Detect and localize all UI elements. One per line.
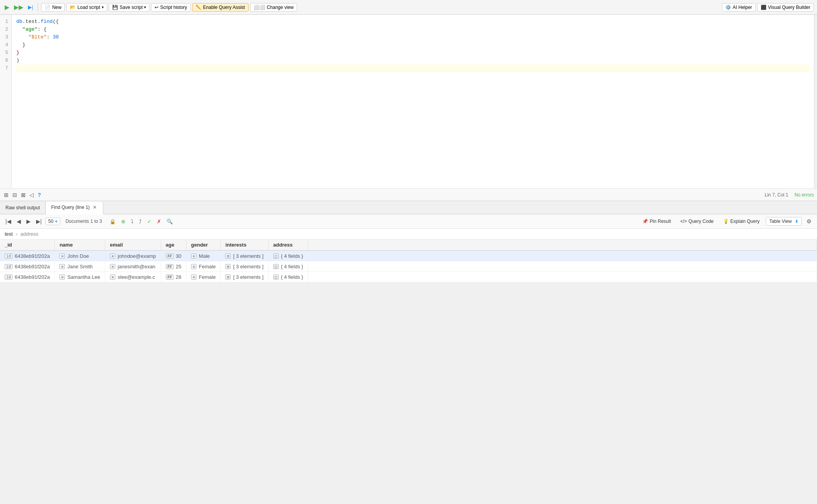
cell-email[interactable]: ≡johndoe@examp [105,250,161,261]
col-age[interactable]: age [161,240,186,250]
validate-icon[interactable]: ✓ [145,217,153,226]
code-line-2: "age": { [16,26,809,33]
code-line-3: "$lte": 30 [16,33,809,41]
help-icon[interactable]: ? [37,191,42,199]
ai-helper-button[interactable]: ⚙️ AI Helper [722,3,756,12]
col-interests[interactable]: interests [221,240,268,250]
nav-first-button[interactable]: |◀ [4,217,13,225]
import-icon[interactable]: ⤴ [137,217,144,226]
pin-result-button[interactable]: 📌 Pin Result [639,217,674,225]
cell-gender[interactable]: ≡Female [186,272,221,282]
cell-interests[interactable]: ⊞[ 3 elements ] [221,261,268,272]
export-icon[interactable]: ⤵ [129,217,136,226]
cell-interests[interactable]: ⊞[ 3 elements ] [221,272,268,282]
line-num-2: 2 [0,26,11,33]
code-editor[interactable]: db.test.find({ "age": { "$lte": 30 } } ) [12,15,814,188]
docs-info-text: Documents 1 to 3 [66,219,102,224]
cell-_id[interactable]: id6438eb91f202a [0,261,55,272]
wrap-icon[interactable]: ⊞ [3,191,9,199]
cell-_id[interactable]: id6438eb91f202a [0,272,55,282]
view-icon: ⬜⬜ [254,5,265,10]
load-dropdown-icon: ▾ [102,5,104,9]
view-select-label: Table View [769,219,792,224]
tab-raw-label: Raw shell output [5,205,40,210]
cell-age[interactable]: ##30 [161,250,186,261]
explain-query-label: Explain Query [730,219,760,224]
save-script-label: Save script [120,5,143,10]
save-icon: 💾 [112,5,118,10]
new-button[interactable]: 📄 New [41,3,65,12]
new-label: New [52,5,61,10]
no-errors: No errors [794,192,814,198]
cell-name[interactable]: ≡John Doe [55,250,105,261]
view-select-dropdown-icon: ⬍ [795,219,798,224]
cell-age[interactable]: ##25 [161,261,186,272]
nav-prev-button[interactable]: ◀ [15,217,23,225]
col-name[interactable]: name [55,240,105,250]
tab-find-label: Find Query (line 1) [51,205,90,210]
bulb-icon: 💡 [723,219,729,224]
outdent-icon[interactable]: ◁ [29,191,35,199]
tab-close-icon[interactable]: ✕ [92,205,97,210]
cell-email[interactable]: ≡slee@example.c [105,272,161,282]
explain-query-button[interactable]: 💡 Explain Query [720,217,763,225]
cell-name[interactable]: ≡Samantha Lee [55,272,105,282]
table-row[interactable]: id6438eb91f202a≡Samantha Lee≡slee@exampl… [0,272,817,282]
cell-interests[interactable]: ⊞[ 3 elements ] [221,250,268,261]
cell-name[interactable]: ≡Jane Smith [55,261,105,272]
cell-gender[interactable]: ≡Female [186,261,221,272]
main-toolbar: ▶ ▶▶ ▶| 📄 New 📂 Load script ▾ 💾 Save scr… [0,0,817,15]
vqb-icon: ⬛ [761,5,767,10]
script-history-button[interactable]: ↩ Script history [151,3,190,12]
indent-icon[interactable]: ⊠ [20,191,26,199]
search-icon[interactable]: 🔍 [165,217,175,226]
line-num-6: 6 [0,57,11,64]
cell-address[interactable]: ◫{ 4 fields } [268,261,308,272]
page-size-value: 50 [48,219,53,224]
cell-address[interactable]: ◫{ 4 fields } [268,250,308,261]
col-email[interactable]: email [105,240,161,250]
table-row[interactable]: id6438eb91f202a≡John Doe≡johndoe@examp##… [0,250,817,261]
run-continue-button[interactable]: ▶▶ [12,3,25,12]
delete-icon[interactable]: ✗ [155,217,163,226]
cell-address[interactable]: ◫{ 4 fields } [268,272,308,282]
add-doc-icon[interactable]: ⊕ [119,217,127,226]
breadcrumb-collection: address [21,231,38,237]
change-view-button[interactable]: ⬜⬜ Change view [250,3,297,12]
cell-age[interactable]: ##28 [161,272,186,282]
editor-status: Lin 7, Col 1 No errors [765,192,814,198]
lock-icon[interactable]: 🔒 [108,217,118,226]
tab-find-query[interactable]: Find Query (line 1) ✕ [46,202,103,214]
pin-icon: 📌 [642,219,648,224]
save-dropdown-icon: ▾ [144,5,146,9]
cell-gender[interactable]: ≡Male [186,250,221,261]
col-gender[interactable]: gender [186,240,221,250]
page-size-select[interactable]: 50 ▾ [45,217,60,225]
line-numbers: 1 2 3 4 5 6 7 [0,15,12,188]
table-row[interactable]: id6438eb91f202a≡Jane Smith≡janesmith@exa… [0,261,817,272]
nav-last-button[interactable]: ▶| [35,217,43,225]
query-code-label: Query Code [688,219,714,224]
load-script-button[interactable]: 📂 Load script ▾ [66,3,107,12]
tabs-bar: Raw shell output Find Query (line 1) ✕ [0,201,817,214]
format-icon[interactable]: ⊟ [12,191,18,199]
enable-query-assist-button[interactable]: ✏️ Enable Query Assist [192,3,249,12]
cell-email[interactable]: ≡janesmith@exan [105,261,161,272]
scrollbar-track[interactable] [814,15,817,188]
code-line-7 [16,64,809,72]
toolbar-right: ⚙️ AI Helper ⬛ Visual Query Builder [722,3,814,12]
new-icon: 📄 [45,5,50,10]
view-select[interactable]: Table View ⬍ [766,217,802,226]
run-step-button[interactable]: ▶| [26,3,35,11]
tab-raw-shell[interactable]: Raw shell output [0,201,46,214]
settings-button[interactable]: ⚙ [805,217,813,226]
save-script-button[interactable]: 💾 Save script ▾ [109,3,149,12]
query-code-button[interactable]: </> Query Code [677,217,717,225]
col-id[interactable]: _id [0,240,55,250]
nav-next-button[interactable]: ▶ [25,217,32,225]
run-button[interactable]: ▶ [3,3,11,12]
visual-query-builder-button[interactable]: ⬛ Visual Query Builder [757,3,814,12]
cell-_id[interactable]: id6438eb91f202a [0,250,55,261]
col-address[interactable]: address [268,240,308,250]
col-extra [308,240,817,250]
